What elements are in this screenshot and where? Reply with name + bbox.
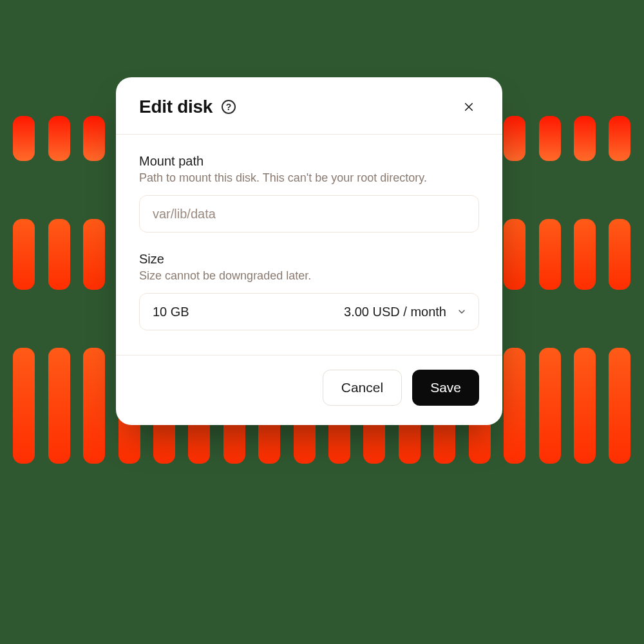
size-help: Size cannot be downgraded later. bbox=[139, 269, 479, 283]
edit-disk-modal: Edit disk ? Mount path Path to mount thi… bbox=[116, 77, 502, 425]
modal-footer: Cancel Save bbox=[116, 355, 502, 425]
help-icon[interactable]: ? bbox=[222, 100, 236, 114]
size-select-price: 3.00 USD / month bbox=[344, 305, 446, 319]
modal-body: Mount path Path to mount this disk. This… bbox=[116, 135, 502, 355]
close-button[interactable] bbox=[459, 97, 479, 117]
size-field: Size Size cannot be downgraded later. 10… bbox=[139, 252, 479, 330]
mount-path-help: Path to mount this disk. This can't be y… bbox=[139, 171, 479, 185]
modal-header: Edit disk ? bbox=[116, 77, 502, 135]
mount-path-input[interactable] bbox=[139, 195, 479, 232]
mount-path-field: Mount path Path to mount this disk. This… bbox=[139, 154, 479, 232]
modal-title: Edit disk bbox=[139, 97, 213, 117]
cancel-button[interactable]: Cancel bbox=[323, 370, 402, 406]
mount-path-label: Mount path bbox=[139, 154, 479, 169]
save-button[interactable]: Save bbox=[412, 370, 479, 406]
size-select[interactable]: 10 GB 3.00 USD / month bbox=[139, 293, 479, 330]
chevron-down-icon bbox=[457, 307, 467, 317]
size-label: Size bbox=[139, 252, 479, 267]
size-select-value: 10 GB bbox=[153, 305, 189, 319]
close-icon bbox=[463, 101, 475, 113]
